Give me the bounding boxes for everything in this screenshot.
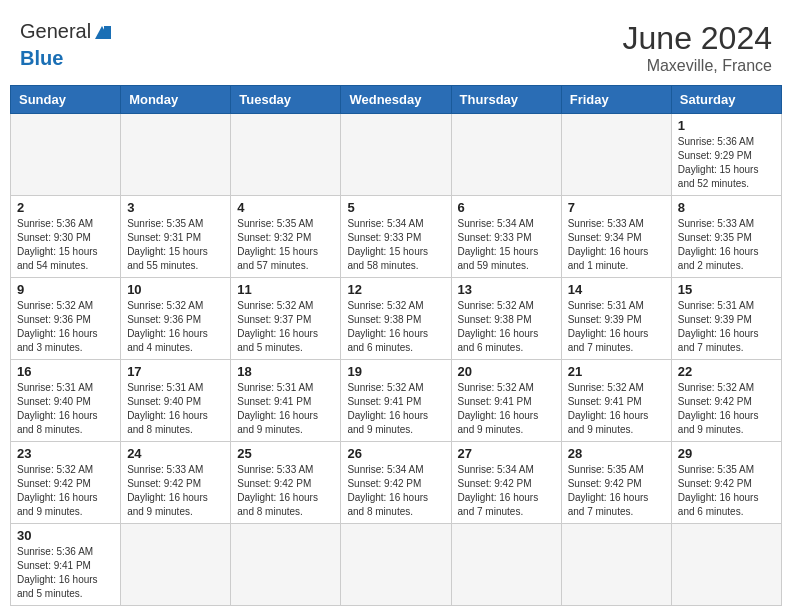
column-header-thursday: Thursday xyxy=(451,86,561,114)
day-cell: 30Sunrise: 5:36 AM Sunset: 9:41 PM Dayli… xyxy=(11,524,121,606)
day-cell: 9Sunrise: 5:32 AM Sunset: 9:36 PM Daylig… xyxy=(11,278,121,360)
day-cell xyxy=(341,114,451,196)
day-info: Sunrise: 5:32 AM Sunset: 9:38 PM Dayligh… xyxy=(458,299,555,355)
month-year: June 2024 xyxy=(623,20,772,57)
day-number: 7 xyxy=(568,200,665,215)
day-cell: 27Sunrise: 5:34 AM Sunset: 9:42 PM Dayli… xyxy=(451,442,561,524)
logo-general-text: General xyxy=(20,20,91,43)
day-number: 15 xyxy=(678,282,775,297)
day-cell: 7Sunrise: 5:33 AM Sunset: 9:34 PM Daylig… xyxy=(561,196,671,278)
day-info: Sunrise: 5:31 AM Sunset: 9:40 PM Dayligh… xyxy=(127,381,224,437)
day-cell: 20Sunrise: 5:32 AM Sunset: 9:41 PM Dayli… xyxy=(451,360,561,442)
week-row-4: 16Sunrise: 5:31 AM Sunset: 9:40 PM Dayli… xyxy=(11,360,782,442)
day-number: 3 xyxy=(127,200,224,215)
day-cell: 29Sunrise: 5:35 AM Sunset: 9:42 PM Dayli… xyxy=(671,442,781,524)
day-cell: 24Sunrise: 5:33 AM Sunset: 9:42 PM Dayli… xyxy=(121,442,231,524)
day-info: Sunrise: 5:32 AM Sunset: 9:36 PM Dayligh… xyxy=(17,299,114,355)
day-cell: 22Sunrise: 5:32 AM Sunset: 9:42 PM Dayli… xyxy=(671,360,781,442)
day-info: Sunrise: 5:36 AM Sunset: 9:29 PM Dayligh… xyxy=(678,135,775,191)
day-cell: 23Sunrise: 5:32 AM Sunset: 9:42 PM Dayli… xyxy=(11,442,121,524)
day-number: 13 xyxy=(458,282,555,297)
week-row-2: 2Sunrise: 5:36 AM Sunset: 9:30 PM Daylig… xyxy=(11,196,782,278)
day-info: Sunrise: 5:32 AM Sunset: 9:37 PM Dayligh… xyxy=(237,299,334,355)
location: Maxeville, France xyxy=(623,57,772,75)
day-cell: 25Sunrise: 5:33 AM Sunset: 9:42 PM Dayli… xyxy=(231,442,341,524)
day-info: Sunrise: 5:31 AM Sunset: 9:39 PM Dayligh… xyxy=(678,299,775,355)
day-info: Sunrise: 5:35 AM Sunset: 9:32 PM Dayligh… xyxy=(237,217,334,273)
day-info: Sunrise: 5:31 AM Sunset: 9:40 PM Dayligh… xyxy=(17,381,114,437)
day-cell: 11Sunrise: 5:32 AM Sunset: 9:37 PM Dayli… xyxy=(231,278,341,360)
day-info: Sunrise: 5:35 AM Sunset: 9:42 PM Dayligh… xyxy=(678,463,775,519)
day-number: 10 xyxy=(127,282,224,297)
day-cell: 1Sunrise: 5:36 AM Sunset: 9:29 PM Daylig… xyxy=(671,114,781,196)
day-number: 11 xyxy=(237,282,334,297)
day-number: 8 xyxy=(678,200,775,215)
column-header-monday: Monday xyxy=(121,86,231,114)
day-cell: 13Sunrise: 5:32 AM Sunset: 9:38 PM Dayli… xyxy=(451,278,561,360)
day-number: 27 xyxy=(458,446,555,461)
day-info: Sunrise: 5:36 AM Sunset: 9:41 PM Dayligh… xyxy=(17,545,114,601)
day-cell: 19Sunrise: 5:32 AM Sunset: 9:41 PM Dayli… xyxy=(341,360,451,442)
calendar: SundayMondayTuesdayWednesdayThursdayFrid… xyxy=(10,85,782,606)
day-cell: 18Sunrise: 5:31 AM Sunset: 9:41 PM Dayli… xyxy=(231,360,341,442)
day-cell xyxy=(341,524,451,606)
day-cell: 17Sunrise: 5:31 AM Sunset: 9:40 PM Dayli… xyxy=(121,360,231,442)
day-cell: 6Sunrise: 5:34 AM Sunset: 9:33 PM Daylig… xyxy=(451,196,561,278)
day-cell: 2Sunrise: 5:36 AM Sunset: 9:30 PM Daylig… xyxy=(11,196,121,278)
day-number: 2 xyxy=(17,200,114,215)
logo-blue-text: Blue xyxy=(20,47,63,70)
logo: General Blue xyxy=(20,20,113,70)
day-cell: 12Sunrise: 5:32 AM Sunset: 9:38 PM Dayli… xyxy=(341,278,451,360)
day-number: 19 xyxy=(347,364,444,379)
week-row-3: 9Sunrise: 5:32 AM Sunset: 9:36 PM Daylig… xyxy=(11,278,782,360)
day-number: 12 xyxy=(347,282,444,297)
day-info: Sunrise: 5:32 AM Sunset: 9:42 PM Dayligh… xyxy=(678,381,775,437)
logo-wrapper: General xyxy=(20,20,113,43)
day-info: Sunrise: 5:33 AM Sunset: 9:42 PM Dayligh… xyxy=(127,463,224,519)
day-number: 25 xyxy=(237,446,334,461)
day-info: Sunrise: 5:33 AM Sunset: 9:42 PM Dayligh… xyxy=(237,463,334,519)
day-info: Sunrise: 5:32 AM Sunset: 9:36 PM Dayligh… xyxy=(127,299,224,355)
day-info: Sunrise: 5:36 AM Sunset: 9:30 PM Dayligh… xyxy=(17,217,114,273)
day-info: Sunrise: 5:34 AM Sunset: 9:42 PM Dayligh… xyxy=(347,463,444,519)
calendar-header-row: SundayMondayTuesdayWednesdayThursdayFrid… xyxy=(11,86,782,114)
day-info: Sunrise: 5:34 AM Sunset: 9:42 PM Dayligh… xyxy=(458,463,555,519)
day-number: 23 xyxy=(17,446,114,461)
day-number: 17 xyxy=(127,364,224,379)
day-info: Sunrise: 5:32 AM Sunset: 9:41 PM Dayligh… xyxy=(458,381,555,437)
day-cell: 10Sunrise: 5:32 AM Sunset: 9:36 PM Dayli… xyxy=(121,278,231,360)
day-info: Sunrise: 5:31 AM Sunset: 9:41 PM Dayligh… xyxy=(237,381,334,437)
day-cell: 26Sunrise: 5:34 AM Sunset: 9:42 PM Dayli… xyxy=(341,442,451,524)
day-info: Sunrise: 5:34 AM Sunset: 9:33 PM Dayligh… xyxy=(458,217,555,273)
day-info: Sunrise: 5:32 AM Sunset: 9:41 PM Dayligh… xyxy=(347,381,444,437)
day-cell xyxy=(231,114,341,196)
day-cell: 15Sunrise: 5:31 AM Sunset: 9:39 PM Dayli… xyxy=(671,278,781,360)
day-number: 26 xyxy=(347,446,444,461)
week-row-6: 30Sunrise: 5:36 AM Sunset: 9:41 PM Dayli… xyxy=(11,524,782,606)
day-number: 28 xyxy=(568,446,665,461)
day-cell xyxy=(671,524,781,606)
day-cell: 3Sunrise: 5:35 AM Sunset: 9:31 PM Daylig… xyxy=(121,196,231,278)
day-info: Sunrise: 5:32 AM Sunset: 9:42 PM Dayligh… xyxy=(17,463,114,519)
week-row-5: 23Sunrise: 5:32 AM Sunset: 9:42 PM Dayli… xyxy=(11,442,782,524)
day-number: 4 xyxy=(237,200,334,215)
week-row-1: 1Sunrise: 5:36 AM Sunset: 9:29 PM Daylig… xyxy=(11,114,782,196)
svg-rect-1 xyxy=(104,26,111,39)
column-header-tuesday: Tuesday xyxy=(231,86,341,114)
day-info: Sunrise: 5:33 AM Sunset: 9:35 PM Dayligh… xyxy=(678,217,775,273)
day-info: Sunrise: 5:33 AM Sunset: 9:34 PM Dayligh… xyxy=(568,217,665,273)
day-number: 9 xyxy=(17,282,114,297)
day-number: 24 xyxy=(127,446,224,461)
day-info: Sunrise: 5:32 AM Sunset: 9:41 PM Dayligh… xyxy=(568,381,665,437)
day-number: 6 xyxy=(458,200,555,215)
column-header-wednesday: Wednesday xyxy=(341,86,451,114)
day-number: 30 xyxy=(17,528,114,543)
logo-icon xyxy=(91,21,113,43)
day-cell xyxy=(121,524,231,606)
day-number: 14 xyxy=(568,282,665,297)
day-cell xyxy=(451,114,561,196)
day-cell xyxy=(11,114,121,196)
day-cell xyxy=(231,524,341,606)
day-cell: 21Sunrise: 5:32 AM Sunset: 9:41 PM Dayli… xyxy=(561,360,671,442)
day-info: Sunrise: 5:35 AM Sunset: 9:42 PM Dayligh… xyxy=(568,463,665,519)
